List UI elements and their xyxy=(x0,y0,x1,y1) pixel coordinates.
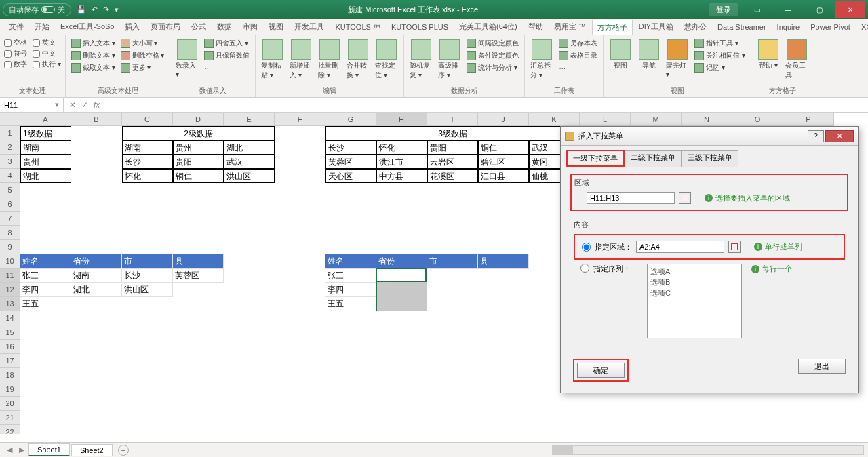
row-header[interactable]: 9 xyxy=(0,240,20,254)
edit-big-btn[interactable]: 批量删除 ▾ xyxy=(317,38,342,81)
row-header[interactable]: 21 xyxy=(0,411,20,425)
column-header[interactable]: D xyxy=(173,113,224,126)
dialog-tab-level2[interactable]: 二级下拉菜单 xyxy=(625,150,682,167)
login-button[interactable]: 登录 xyxy=(709,3,738,16)
sheet-nav-prev[interactable]: ◀ xyxy=(4,445,15,454)
cell[interactable]: 县 xyxy=(173,254,224,269)
column-header[interactable]: O xyxy=(732,113,783,126)
ribbon-tab[interactable]: 易用宝 ™ xyxy=(549,20,591,34)
ribbon-opts-icon[interactable]: ▭ xyxy=(742,1,772,18)
row-header[interactable]: 18 xyxy=(0,368,20,382)
ribbon-tab[interactable]: 开始 xyxy=(30,20,54,34)
ribbon-tab[interactable]: 方方格子 xyxy=(592,20,633,35)
row-header[interactable]: 1 xyxy=(0,126,20,140)
cell[interactable]: 1级数据 xyxy=(20,126,71,140)
cell[interactable]: 省份 xyxy=(71,254,122,269)
vip-btn[interactable]: 会员工具 xyxy=(784,38,810,81)
column-header[interactable]: L xyxy=(580,113,631,126)
more-btn[interactable]: 更多 ▾ xyxy=(119,62,166,73)
row-header[interactable]: 15 xyxy=(0,325,20,340)
row-header[interactable]: 6 xyxy=(0,197,20,212)
text-filter-check[interactable]: 中文 xyxy=(33,49,56,58)
ribbon-tab[interactable]: 公式 xyxy=(186,20,211,34)
number-input-btn[interactable]: 数录入 ▾ xyxy=(174,38,200,79)
same-val-btn[interactable]: 关注相同值 ▾ xyxy=(693,50,747,61)
delete-text-btn[interactable]: 删除文本 ▾ xyxy=(70,50,117,61)
column-header[interactable]: E xyxy=(224,113,275,126)
row-header[interactable]: 8 xyxy=(0,226,20,240)
cell[interactable]: 市 xyxy=(427,254,478,269)
radio-list[interactable] xyxy=(580,264,589,273)
radio-range[interactable] xyxy=(582,243,591,252)
cell[interactable]: 芙蓉区 xyxy=(326,155,376,169)
cond-color-btn[interactable]: 条件设定颜色 xyxy=(465,50,520,61)
dialog-titlebar[interactable]: 插入下拉菜单 ? ✕ xyxy=(561,127,858,146)
select-all-corner[interactable] xyxy=(0,113,20,126)
range-input[interactable] xyxy=(636,241,724,253)
row-header[interactable]: 14 xyxy=(0,311,20,325)
list-options-box[interactable]: 选项A选项B选项C xyxy=(647,264,742,338)
row-header[interactable]: 2 xyxy=(0,140,20,155)
column-header[interactable]: P xyxy=(783,113,834,126)
help-btn[interactable]: 帮助 ▾ xyxy=(755,38,781,72)
name-box[interactable]: ▾ xyxy=(0,98,64,112)
cell[interactable]: 芙蓉区 xyxy=(173,269,224,283)
redo-icon[interactable]: ↷ xyxy=(103,5,109,14)
cell[interactable]: 3级数据 xyxy=(326,126,580,140)
row-header[interactable]: 22 xyxy=(0,425,20,434)
cell[interactable]: 洪山区 xyxy=(122,283,173,297)
ribbon-tab[interactable]: KUTOOLS ™ xyxy=(330,21,384,33)
formula-input[interactable] xyxy=(105,98,868,111)
sheet-nav-next[interactable]: ▶ xyxy=(16,445,27,454)
row-header[interactable]: 19 xyxy=(0,382,20,397)
cell[interactable]: 花溪区 xyxy=(427,169,478,183)
column-header[interactable]: F xyxy=(275,113,326,126)
cell[interactable]: 天心区 xyxy=(326,169,376,183)
edit-big-btn[interactable]: 合并转换 ▾ xyxy=(345,38,371,81)
column-header[interactable]: M xyxy=(631,113,682,126)
dialog-help-icon[interactable]: ? xyxy=(808,130,824,142)
cell[interactable]: 洪山区 xyxy=(224,169,275,183)
row-header[interactable]: 5 xyxy=(0,183,20,197)
cell[interactable]: 贵州 xyxy=(20,155,71,169)
ribbon-tab[interactable]: 审阅 xyxy=(238,20,262,34)
edit-big-btn[interactable]: 复制粘贴 ▾ xyxy=(260,38,285,81)
edit-big-btn[interactable]: 查找定位 ▾ xyxy=(374,38,399,81)
cell[interactable]: 张三 xyxy=(20,269,71,283)
nav-btn[interactable]: 导航 xyxy=(636,38,662,72)
edit-big-btn[interactable]: 新增插入 ▾ xyxy=(288,38,314,81)
row-header[interactable]: 20 xyxy=(0,397,20,411)
cell[interactable]: 市 xyxy=(122,254,173,269)
cell[interactable]: 碧江区 xyxy=(478,155,529,169)
saveas-btn[interactable]: 另存本表 xyxy=(557,38,599,49)
column-header[interactable]: A xyxy=(20,113,71,126)
insert-text-btn[interactable]: 插入文本 ▾ xyxy=(70,38,117,49)
round-btn[interactable]: 四舍五入 ▾ xyxy=(203,38,251,49)
cell[interactable]: 铜仁 xyxy=(173,169,224,183)
trim-btn[interactable]: 删除空格 ▾ xyxy=(119,50,166,61)
adv-sort-btn[interactable]: 高级排序 ▾ xyxy=(437,38,462,81)
minimize-icon[interactable]: — xyxy=(773,1,803,18)
autosave-toggle[interactable]: 自动保存 关 xyxy=(3,3,71,16)
column-header[interactable]: G xyxy=(326,113,376,126)
cancel-fx-icon[interactable]: ✕ xyxy=(69,100,76,110)
view-btn[interactable]: 视图 xyxy=(608,38,633,72)
cell[interactable]: 铜仁 xyxy=(478,140,529,155)
ribbon-tab[interactable]: 页面布局 xyxy=(146,20,185,34)
cell[interactable]: 省份 xyxy=(376,254,427,269)
text-filter-check[interactable]: 英文 xyxy=(33,38,56,47)
pointer-tool-btn[interactable]: 指针工具 ▾ xyxy=(693,38,747,49)
row-header[interactable]: 7 xyxy=(0,212,20,226)
split-merge-btn[interactable]: 汇总拆分 ▾ xyxy=(529,38,555,81)
cell[interactable]: 武汉 xyxy=(224,155,275,169)
row-header[interactable]: 12 xyxy=(0,283,20,297)
cell[interactable]: 长沙 xyxy=(122,269,173,283)
column-header[interactable]: B xyxy=(71,113,122,126)
row-header[interactable]: 17 xyxy=(0,354,20,368)
ribbon-tab[interactable]: 数据 xyxy=(212,20,237,34)
memory-btn[interactable]: 记忆 ▾ xyxy=(693,62,747,73)
sheet-tab[interactable]: Sheet1 xyxy=(28,443,70,456)
column-header[interactable]: H xyxy=(376,113,427,126)
case-btn[interactable]: 大小写 ▾ xyxy=(119,38,166,49)
cell[interactable]: 长沙 xyxy=(326,140,376,155)
